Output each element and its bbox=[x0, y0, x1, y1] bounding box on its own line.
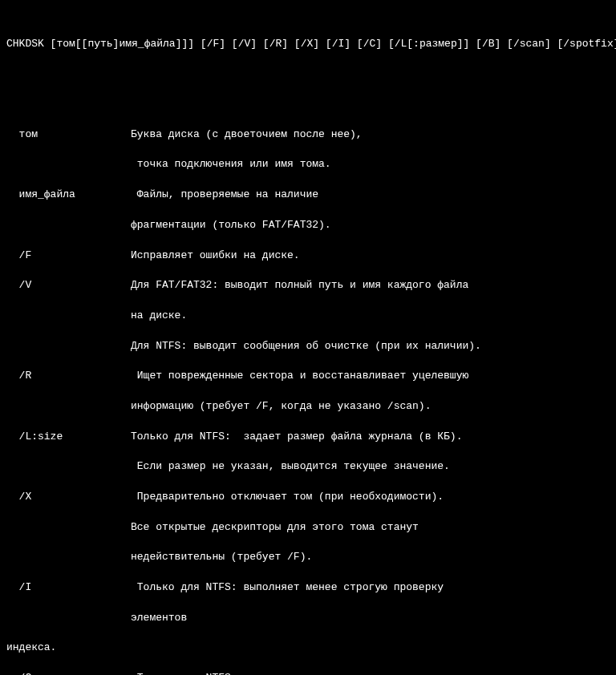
param-r-desc2: информацию (требует /F, когда не указано… bbox=[6, 399, 610, 414]
param-fname-desc: Файлы, проверяемые на наличие bbox=[131, 188, 318, 203]
param-v-desc: Для FAT/FAT32: выводит полный путь и имя… bbox=[131, 278, 468, 293]
param-tom: том bbox=[6, 127, 131, 143]
param-x-desc3: недействительны (требует /F). bbox=[6, 550, 610, 565]
param-line: /L:sizeТолько для NTFS: задает размер фа… bbox=[6, 430, 610, 445]
param-lsize-desc2: Если размер не указан, выводится текущее… bbox=[6, 459, 610, 475]
param-x-desc: Предварительно отключает том (при необхо… bbox=[131, 490, 444, 505]
param-i: /I bbox=[6, 580, 131, 596]
param-i-desc2: элементов bbox=[6, 611, 610, 626]
blank-line bbox=[6, 97, 610, 112]
param-line: /FИсправляет ошибки на диске. bbox=[6, 249, 610, 264]
blank-line bbox=[6, 67, 610, 82]
param-c-desc: Только для NTFS: пропускает проверку цик… bbox=[131, 671, 450, 675]
param-line: /I Только для NTFS: выполняет менее стро… bbox=[6, 580, 610, 596]
param-v: /V bbox=[6, 278, 131, 293]
param-lsize: /L:size bbox=[6, 430, 131, 445]
param-line: /R Ищет поврежденные сектора и восстанав… bbox=[6, 369, 610, 384]
param-i-desc3: индекса. bbox=[6, 641, 610, 656]
param-line: /VДля FAT/FAT32: выводит полный путь и и… bbox=[6, 278, 610, 293]
param-fname: имя_файла bbox=[6, 188, 131, 203]
param-r-desc: Ищет поврежденные сектора и восстанавлив… bbox=[131, 369, 468, 384]
param-i-desc: Только для NTFS: выполняет менее строгую… bbox=[131, 580, 444, 596]
param-v-desc3: Для NTFS: выводит сообщения об очистке (… bbox=[6, 339, 610, 354]
param-f: /F bbox=[6, 249, 131, 264]
param-r: /R bbox=[6, 369, 131, 384]
param-f-desc: Исправляет ошибки на диске. bbox=[131, 249, 300, 264]
param-fname-desc2: фрагментации (только FAT/FAT32). bbox=[6, 218, 610, 233]
param-c: /C bbox=[6, 671, 131, 675]
param-line: томБуква диска (с двоеточием после нее), bbox=[6, 127, 610, 143]
param-tom-desc2: точка подключения или имя тома. bbox=[6, 157, 610, 172]
param-x: /X bbox=[6, 490, 131, 505]
param-tom-desc: Буква диска (с двоеточием после нее), bbox=[131, 127, 363, 143]
syntax-line: CHKDSK [том[[путь]имя_файла]]] [/F] [/V]… bbox=[6, 37, 610, 52]
param-line: /C Только для NTFS: пропускает проверку … bbox=[6, 671, 610, 675]
param-v-desc2: на диске. bbox=[6, 309, 610, 324]
param-line: имя_файла Файлы, проверяемые на наличие bbox=[6, 188, 610, 203]
param-lsize-desc: Только для NTFS: задает размер файла жур… bbox=[131, 430, 462, 445]
param-line: /X Предварительно отключает том (при нео… bbox=[6, 490, 610, 505]
param-x-desc2: Все открытые дескрипторы для этого тома … bbox=[6, 520, 610, 536]
